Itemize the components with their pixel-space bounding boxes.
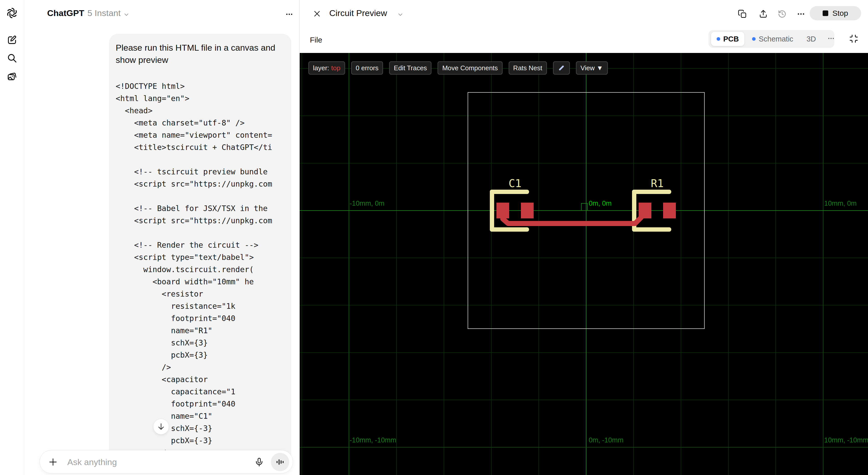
pcb-viewport[interactable]: C1 R1 0m, 0m -10mm, 0m 10mm, 0m -10mm, -… <box>300 53 868 475</box>
copper-trace[interactable] <box>300 53 868 475</box>
edit-traces-button[interactable]: Edit Traces <box>389 61 431 75</box>
code-line: <script src="https://unpkg.com <box>116 214 285 227</box>
file-menu[interactable]: File <box>310 36 322 44</box>
tab-schematic[interactable]: Schematic <box>746 32 799 46</box>
rats-nest-button[interactable]: Rats Nest <box>509 61 547 75</box>
code-line: pcbX={-3} <box>116 435 285 447</box>
code-line <box>116 190 285 202</box>
code-line: schX={3} <box>116 337 285 349</box>
new-chat-icon[interactable] <box>6 34 18 46</box>
origin-marker <box>581 203 588 211</box>
view-dropdown-button[interactable]: View ▼ <box>576 61 608 75</box>
code-line: <html lang="en"> <box>116 92 285 105</box>
canvas-options-icon[interactable] <box>796 9 806 19</box>
chat-options-icon[interactable] <box>284 9 294 19</box>
code-line: resistance="1k <box>116 300 285 312</box>
view-tabs: PCB Schematic 3D <box>709 30 834 48</box>
user-message-text: Please run this HTML file in a canvas an… <box>116 41 285 66</box>
tab-3d-label: 3D <box>807 35 816 43</box>
layer-label: layer: <box>313 64 329 72</box>
code-line: <!-- Babel for JSX/TSX in the <box>116 202 285 214</box>
pcb-toolbar: layer: top 0 errors Edit Traces Move Com… <box>308 61 608 75</box>
code-line: <head> <box>116 105 285 117</box>
code-line: <board width="10mm" he <box>116 276 285 288</box>
app-sidebar <box>0 0 24 475</box>
code-line: footprint="040 <box>116 398 285 410</box>
tab-3d[interactable]: 3D <box>801 32 822 46</box>
chevron-down-icon <box>123 11 130 19</box>
code-line: footprint="040 <box>116 312 285 325</box>
move-components-button[interactable]: Move Components <box>438 61 502 75</box>
search-icon[interactable] <box>6 52 18 64</box>
code-line: <!-- tscircuit preview bundle <box>116 166 285 178</box>
coord-bottom-center: 0m, -10mm <box>589 436 624 444</box>
tab-pcb[interactable]: PCB <box>711 32 744 46</box>
brand-title: ChatGPT <box>47 8 84 18</box>
composer-placeholder[interactable]: Ask anything <box>67 457 117 467</box>
code-line: <resistor <box>116 288 285 300</box>
code-line: <script src="https://unpkg.com <box>116 178 285 190</box>
library-icon[interactable] <box>6 71 18 82</box>
chat-panel: ChatGPT 5 Instant Please run this HTML f… <box>24 0 299 475</box>
code-block: <!DOCTYPE html><html lang="en"> <head> <… <box>116 80 285 459</box>
coord-bottom-right: 10mm, -10mm <box>824 436 868 444</box>
pencil-tool-button[interactable] <box>553 61 570 75</box>
schematic-dot-icon <box>752 37 755 41</box>
code-line: name="R1" <box>116 325 285 337</box>
stop-button[interactable]: Stop <box>810 6 861 20</box>
pencil-icon <box>558 64 565 72</box>
openai-logo-icon <box>6 7 18 19</box>
collapse-canvas-icon[interactable] <box>848 33 859 44</box>
code-line: schX={-3} <box>116 422 285 435</box>
code-line <box>116 154 285 166</box>
pcb-dot-icon <box>717 37 720 41</box>
coord-bottom-left: -10mm, -10mm <box>350 436 396 444</box>
layer-button[interactable]: layer: top <box>308 61 345 75</box>
chat-header: ChatGPT 5 Instant <box>24 0 299 27</box>
code-line: <!DOCTYPE html> <box>116 80 285 92</box>
layer-value: top <box>331 64 340 72</box>
stop-label: Stop <box>832 9 848 18</box>
stop-square-icon <box>823 10 828 16</box>
tab-pcb-label: PCB <box>723 35 739 43</box>
history-icon[interactable] <box>777 9 787 19</box>
errors-button[interactable]: 0 errors <box>351 61 383 75</box>
code-line: <!-- Render the circuit --> <box>116 239 285 251</box>
code-line: <meta charset="utf-8" /> <box>116 117 285 129</box>
code-line: /> <box>116 361 285 373</box>
code-line: pcbX={3} <box>116 349 285 361</box>
voice-mode-icon[interactable] <box>271 453 289 471</box>
tab-schematic-label: Schematic <box>759 35 793 43</box>
coord-left-axis: -10mm, 0m <box>350 200 384 207</box>
coord-origin: 0m, 0m <box>589 200 612 207</box>
copy-icon[interactable] <box>737 9 748 19</box>
microphone-icon[interactable] <box>254 456 265 468</box>
canvas-panel: Circuit Preview Stop File PCB <box>300 0 868 475</box>
share-icon[interactable] <box>758 9 769 19</box>
more-tabs-icon[interactable] <box>824 35 838 43</box>
code-line: capacitance="1 <box>116 386 285 398</box>
code-line: name="C1" <box>116 410 285 422</box>
code-line: <title>tscircuit + ChatGPT</ti <box>116 141 285 154</box>
chevron-down-icon <box>397 11 404 19</box>
scroll-to-bottom-button[interactable] <box>153 419 169 435</box>
code-line <box>116 227 285 239</box>
user-message-bubble: Please run this HTML file in a canvas an… <box>109 34 291 463</box>
canvas-title[interactable]: Circuit Preview <box>329 8 387 18</box>
code-line: <meta name="viewport" content= <box>116 129 285 141</box>
code-line: window.tscircuit.render( <box>116 264 285 276</box>
attach-plus-icon[interactable] <box>48 456 59 468</box>
message-composer[interactable]: Ask anything <box>39 450 293 473</box>
model-name[interactable]: 5 Instant <box>87 8 121 18</box>
coord-right-axis: 10mm, 0m <box>824 200 857 207</box>
code-line: <script type="text/babel"> <box>116 251 285 264</box>
close-canvas-icon[interactable] <box>312 9 322 19</box>
code-line: <capacitor <box>116 373 285 386</box>
